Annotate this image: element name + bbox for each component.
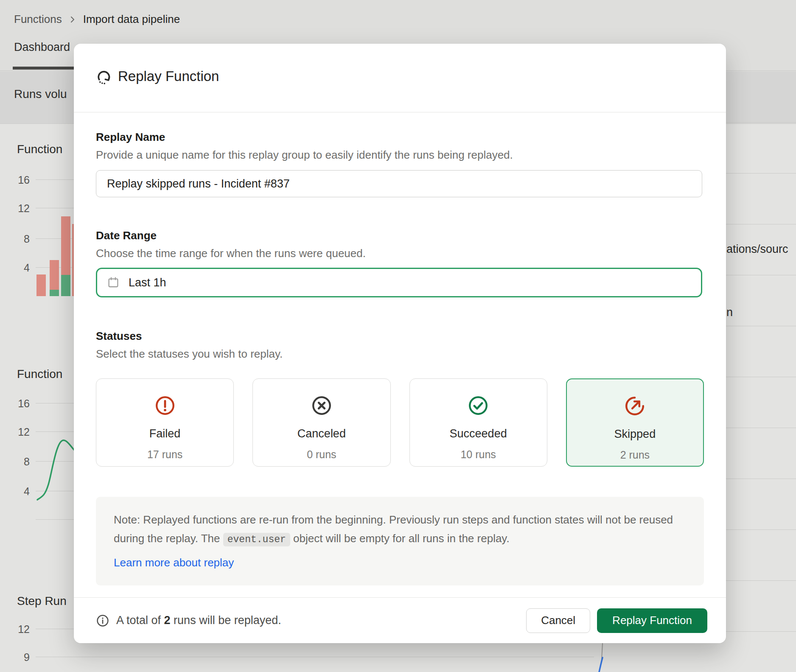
info-icon xyxy=(96,614,109,627)
date-range-label: Date Range xyxy=(96,229,157,242)
status-card-succeeded[interactable]: Succeeded 10 runs xyxy=(409,378,547,467)
status-card-label: Failed xyxy=(149,427,181,440)
replay-name-input[interactable] xyxy=(96,170,702,197)
statuses-label: Statuses xyxy=(96,330,142,343)
replay-function-modal: Replay Function Replay Name Provide a un… xyxy=(74,44,726,643)
status-card-count: 17 runs xyxy=(147,448,182,461)
summary-text: A total of 2 runs will be replayed. xyxy=(116,614,281,627)
date-range-value: Last 1h xyxy=(129,276,166,289)
status-card-failed[interactable]: Failed 17 runs xyxy=(96,378,234,467)
replay-function-button[interactable]: Replay Function xyxy=(597,608,707,633)
status-card-canceled[interactable]: Canceled 0 runs xyxy=(252,378,390,467)
replay-summary: A total of 2 runs will be replayed. xyxy=(96,614,281,627)
note-text: object will be empty for all runs in the… xyxy=(290,532,510,545)
learn-more-link[interactable]: Learn more about replay xyxy=(114,553,234,572)
cancel-button[interactable]: Cancel xyxy=(526,608,590,633)
footer-buttons: Cancel Replay Function xyxy=(526,608,707,633)
replay-note: Note: Replayed functions are re-run from… xyxy=(96,497,704,585)
replay-icon xyxy=(96,69,112,85)
status-card-label: Succeeded xyxy=(450,427,507,440)
status-card-skipped[interactable]: Skipped 2 runs xyxy=(566,378,704,467)
status-card-label: Canceled xyxy=(297,427,346,440)
event-user-code: event.user xyxy=(223,533,290,546)
skip-arrow-icon xyxy=(623,395,646,417)
replay-name-label: Replay Name xyxy=(96,131,165,144)
modal-footer: A total of 2 runs will be replayed. Canc… xyxy=(74,597,726,643)
status-card-count: 2 runs xyxy=(620,449,650,461)
x-circle-icon xyxy=(310,394,333,417)
replay-name-description: Provide a unique name for this replay gr… xyxy=(96,148,513,162)
status-card-label: Skipped xyxy=(614,428,656,441)
modal-title: Replay Function xyxy=(118,68,219,84)
status-card-count: 10 runs xyxy=(460,448,496,461)
calendar-icon xyxy=(107,276,120,289)
summary-count: 2 xyxy=(164,614,171,627)
status-card-count: 0 runs xyxy=(307,448,336,461)
statuses-description: Select the statuses you wish to replay. xyxy=(96,347,283,361)
status-card-list: Failed 17 runs Canceled 0 runs Succeeded xyxy=(96,378,704,467)
modal-header: Replay Function xyxy=(74,44,726,112)
alert-circle-icon xyxy=(154,394,177,417)
date-range-description: Choose the time range for when the runs … xyxy=(96,247,366,260)
check-circle-icon xyxy=(467,394,490,417)
date-range-picker[interactable]: Last 1h xyxy=(96,268,702,297)
